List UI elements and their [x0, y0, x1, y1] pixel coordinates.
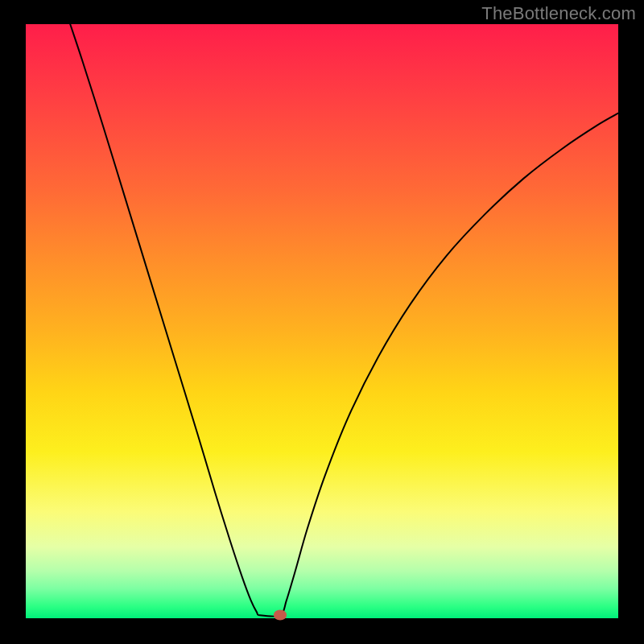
optimum-marker: [274, 610, 287, 621]
plot-area: [26, 24, 618, 618]
watermark-text: TheBottleneck.com: [481, 3, 636, 24]
curve-layer: [26, 24, 618, 618]
bottleneck-curve: [70, 24, 618, 617]
chart-frame: TheBottleneck.com: [0, 0, 644, 644]
